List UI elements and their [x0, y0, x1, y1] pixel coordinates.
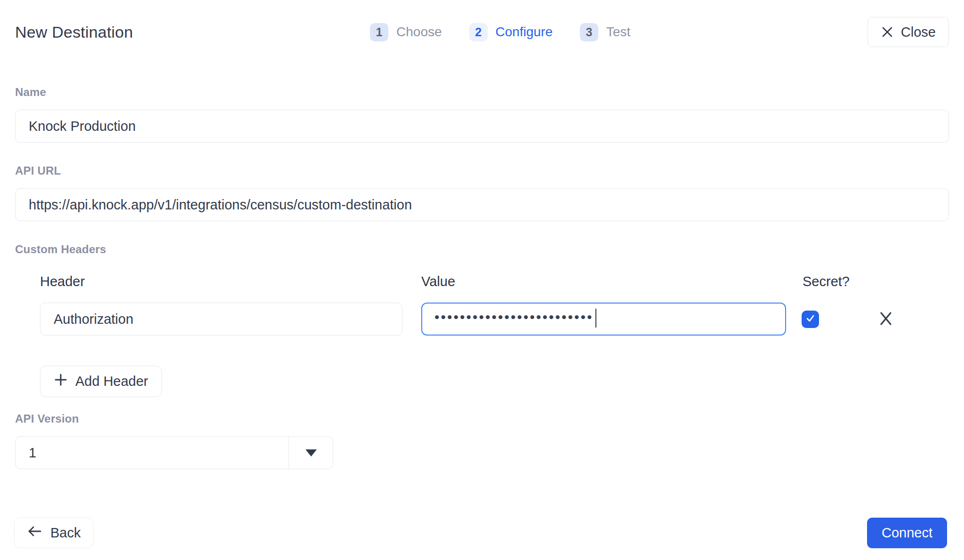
name-input[interactable]: [15, 110, 949, 143]
add-header-button[interactable]: Add Header: [40, 366, 162, 397]
api-version-select[interactable]: 1: [15, 436, 333, 469]
custom-headers-table: Header Value Secret? •••••••••••••••••••…: [15, 274, 949, 336]
column-label-header: Header: [40, 274, 421, 289]
modal-header: New Destination 1 Choose 2 Configure 3 T…: [15, 17, 949, 47]
close-button[interactable]: Close: [868, 17, 949, 47]
back-button[interactable]: Back: [14, 517, 94, 548]
close-icon: [881, 25, 894, 39]
plus-icon: [54, 373, 68, 390]
secret-checkbox[interactable]: [802, 311, 819, 328]
api-version-field: API Version 1: [15, 412, 949, 469]
column-label-secret: Secret?: [803, 274, 850, 289]
close-button-label: Close: [901, 24, 936, 40]
checkmark-icon: [805, 313, 816, 326]
select-arrow-section[interactable]: [289, 437, 333, 469]
header-name-input[interactable]: [40, 303, 402, 336]
delete-x-icon: [878, 311, 894, 328]
step-label: Configure: [496, 24, 553, 40]
step-number-badge: 2: [469, 23, 488, 41]
step-choose[interactable]: 1 Choose: [370, 23, 442, 41]
custom-headers-section-label: Custom Headers: [15, 243, 949, 256]
api-version-selected-value: 1: [16, 437, 289, 469]
page-title: New Destination: [15, 23, 133, 41]
header-value-input[interactable]: •••••••••••••••••••••••••: [421, 303, 786, 336]
step-label: Test: [606, 24, 630, 40]
masked-value: •••••••••••••••••••••••••: [434, 310, 594, 324]
step-test[interactable]: 3 Test: [580, 23, 630, 41]
column-label-value: Value: [421, 274, 803, 289]
text-cursor: [595, 309, 596, 328]
custom-headers-column-labels: Header Value Secret?: [40, 274, 949, 289]
api-url-input[interactable]: [15, 188, 949, 221]
step-number-badge: 1: [370, 23, 388, 41]
custom-header-row: •••••••••••••••••••••••••: [40, 303, 949, 336]
back-button-label: Back: [50, 525, 80, 541]
chevron-down-icon: [305, 449, 317, 456]
step-configure[interactable]: 2 Configure: [469, 23, 553, 41]
api-version-label: API Version: [15, 412, 949, 425]
api-url-label: API URL: [15, 164, 949, 177]
stepper: 1 Choose 2 Configure 3 Test: [370, 23, 630, 41]
add-header-label: Add Header: [75, 374, 148, 389]
arrow-left-icon: [27, 525, 42, 541]
step-label: Choose: [396, 24, 442, 40]
connect-button[interactable]: Connect: [867, 518, 947, 548]
name-label: Name: [15, 86, 949, 99]
configure-form: Name API URL Custom Headers Header Value…: [15, 86, 949, 469]
new-destination-modal: New Destination 1 Choose 2 Configure 3 T…: [0, 0, 964, 560]
step-number-badge: 3: [580, 23, 598, 41]
remove-header-button[interactable]: [876, 310, 895, 328]
